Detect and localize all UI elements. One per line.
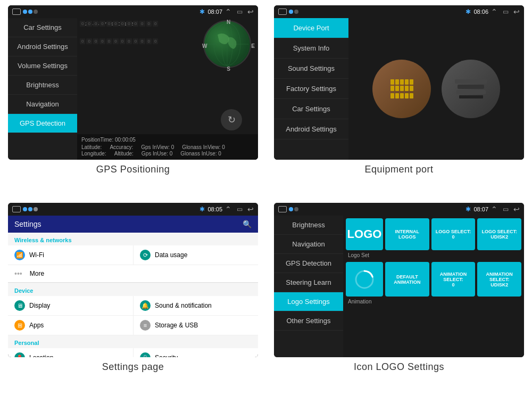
sidebar-factory-settings[interactable]: Factory Settings xyxy=(274,79,348,99)
sidebar-navigation[interactable]: Navigation xyxy=(8,95,77,114)
sidebar-car-settings-eq[interactable]: Car Settings xyxy=(274,99,348,119)
home-icon xyxy=(12,9,21,15)
bluetooth-icon-eq: ✱ xyxy=(466,8,471,15)
apps-row[interactable]: ⊞ Apps xyxy=(8,316,133,335)
sidebar-android-settings[interactable]: Android Settings xyxy=(8,37,77,56)
logo-set-label: Logo Set xyxy=(346,251,521,259)
settings-header: Settings 🔍 xyxy=(8,216,258,233)
wifi-row[interactable]: 📶 Wi-Fi xyxy=(8,245,133,265)
wifi-icon: 📶 xyxy=(14,250,25,260)
gps-time: 08:07 xyxy=(207,9,222,15)
logo-main-tile[interactable]: LOGO xyxy=(346,218,383,250)
sidebar-volume-settings[interactable]: Volume Settings xyxy=(8,56,77,76)
equipment-caption: Equipment port xyxy=(364,164,433,175)
logo-content: LOGO INTERNAL LOGOS LOGO SELECT: 0 LOGO … xyxy=(343,216,524,357)
glonass-inview: Glonass InView: 0 xyxy=(182,144,225,150)
back-icon-settings: ↩ xyxy=(247,205,254,213)
logo-internal-tile[interactable]: INTERNAL LOGOS xyxy=(385,218,429,250)
back-icon-eq: ↩ xyxy=(513,7,520,16)
settings-content: Settings 🔍 Wireless & networks 📶 Wi-Fi ⟳… xyxy=(8,216,258,357)
storage-label: Storage & USB xyxy=(155,322,198,329)
signal-icon-logo: ⌃ xyxy=(491,205,497,213)
signal-icon-settings: ⌃ xyxy=(225,205,231,213)
port-content xyxy=(348,18,524,160)
logo-caption: Icon LOGO Settings xyxy=(354,361,444,373)
wifi-label: Wi-Fi xyxy=(29,251,44,259)
logo-select-0-tile[interactable]: LOGO SELECT: 0 xyxy=(431,218,476,250)
settings-search-icon[interactable]: 🔍 xyxy=(243,220,252,228)
more-label: More xyxy=(30,270,44,277)
logo-sidebar-brightness[interactable]: Brightness xyxy=(274,216,343,235)
sidebar-gps-detection[interactable]: GPS Detection xyxy=(8,114,77,133)
gps-inview: Gps InView: 0 xyxy=(141,144,174,150)
display-row[interactable]: 🖥 Display xyxy=(8,296,133,315)
settings-status-bar: ✱ 08:05 ⌃ ▭ ↩ xyxy=(8,203,258,216)
logo-sidebar-logo-settings[interactable]: Logo Settings xyxy=(274,292,343,311)
equipment-status-bar: ✱ 08:06 ⌃ ▭ ↩ xyxy=(274,5,524,18)
sidebar-android-settings-eq[interactable]: Android Settings xyxy=(274,119,348,139)
sidebar-device-port[interactable]: Device Port xyxy=(274,18,348,38)
screen-icon: ▭ xyxy=(234,8,245,15)
location-icon: 📍 xyxy=(14,352,25,357)
logo-sidebar-steering[interactable]: Steering Learn xyxy=(274,273,343,292)
default-animation-tile[interactable]: DEFAULT ANIMATION xyxy=(385,262,429,297)
screen-icon-logo: ▭ xyxy=(500,205,511,213)
bluetooth-icon-settings: ✱ xyxy=(200,205,205,213)
logo-sidebar-navigation[interactable]: Navigation xyxy=(274,235,343,254)
display-label: Display xyxy=(29,302,50,309)
gps-sidebar: Car Settings Android Settings Volume Set… xyxy=(8,18,77,160)
glonass-inuse: Glonass InUse: 0 xyxy=(180,151,221,157)
gps-screen: ✱ 08:07 ⌃ ▭ ↩ Car Settings Android Setti… xyxy=(8,5,258,160)
settings-quadrant: ✱ 08:05 ⌃ ▭ ↩ Settings 🔍 Wireless & netw… xyxy=(0,198,266,395)
storage-row[interactable]: ≡ Storage & USB xyxy=(133,316,258,335)
settings-title: Settings xyxy=(14,220,41,228)
location-label: Location xyxy=(29,354,53,357)
status-dot-s-1 xyxy=(23,207,27,211)
more-row[interactable]: ••• More xyxy=(8,265,258,283)
sidebar-brightness[interactable]: Brightness xyxy=(8,76,77,95)
settings-time: 08:05 xyxy=(207,206,222,212)
position-time: PositionTime: 00:00:05 xyxy=(81,137,254,143)
gps-caption: GPS Positioning xyxy=(96,164,170,175)
data-usage-row[interactable]: ⟳ Data usage xyxy=(133,245,258,265)
animation-select-0-tile[interactable]: ANIMATION SELECT: 0 xyxy=(431,262,476,297)
longitude-label: Longitude: xyxy=(81,151,106,157)
location-row[interactable]: 📍 Location xyxy=(8,348,133,357)
security-row[interactable]: 🔒 Security xyxy=(133,348,258,357)
logo-quadrant: ✱ 08:07 ⌃ ▭ ↩ Brightness Navigation GPS … xyxy=(266,198,532,395)
back-icon: ↩ xyxy=(247,7,254,16)
sidebar-system-info[interactable]: System Info xyxy=(274,38,348,59)
settings-caption: Settings page xyxy=(102,361,164,373)
status-dot-s-2 xyxy=(28,207,32,211)
status-dot-eq-1 xyxy=(289,10,293,14)
back-icon-logo: ↩ xyxy=(513,205,520,213)
logo-set-section: LOGO INTERNAL LOGOS LOGO SELECT: 0 LOGO … xyxy=(346,218,521,259)
accuracy-label: Accuracy: xyxy=(110,144,133,150)
sidebar-sound-settings[interactable]: Sound Settings xyxy=(274,59,348,79)
animation-label: Animation xyxy=(346,298,521,306)
connector-image-2 xyxy=(442,60,500,118)
sound-row[interactable]: 🔔 Sound & notification xyxy=(133,296,258,315)
animation-spinner-tile[interactable] xyxy=(346,262,383,297)
status-dot-eq-2 xyxy=(294,10,298,14)
gps-inuse: Gps InUse: 0 xyxy=(142,151,172,157)
animation-section: DEFAULT ANIMATION ANIMATION SELECT: 0 AN… xyxy=(346,262,521,306)
sidebar-car-settings[interactable]: Car Settings xyxy=(8,18,77,37)
logo-sidebar-gps[interactable]: GPS Detection xyxy=(274,254,343,273)
sound-label: Sound & notification xyxy=(155,302,212,309)
logo-select-udisk-tile[interactable]: LOGO SELECT: UDISK2 xyxy=(477,218,521,250)
home-icon-logo xyxy=(278,206,287,212)
gps-status-bar: ✱ 08:07 ⌃ ▭ ↩ xyxy=(8,5,258,18)
logo-sidebar-other[interactable]: Other Settings xyxy=(274,311,343,331)
home-icon-eq xyxy=(278,9,287,15)
gps-info-panel: PositionTime: 00:00:05 Latitude: Accurac… xyxy=(77,134,258,160)
animation-select-udisk-tile[interactable]: ANIMATION SELECT: UDISK2 xyxy=(477,262,521,297)
latitude-label: Latitude: xyxy=(81,144,102,150)
refresh-button[interactable]: ↻ xyxy=(221,109,242,130)
bluetooth-icon-logo: ✱ xyxy=(466,205,471,213)
signal-icon-eq: ⌃ xyxy=(491,7,497,16)
more-icon: ••• xyxy=(14,269,22,278)
apps-icon: ⊞ xyxy=(14,320,25,331)
device-section-title: Device xyxy=(8,283,258,296)
bluetooth-icon: ✱ xyxy=(200,8,205,15)
